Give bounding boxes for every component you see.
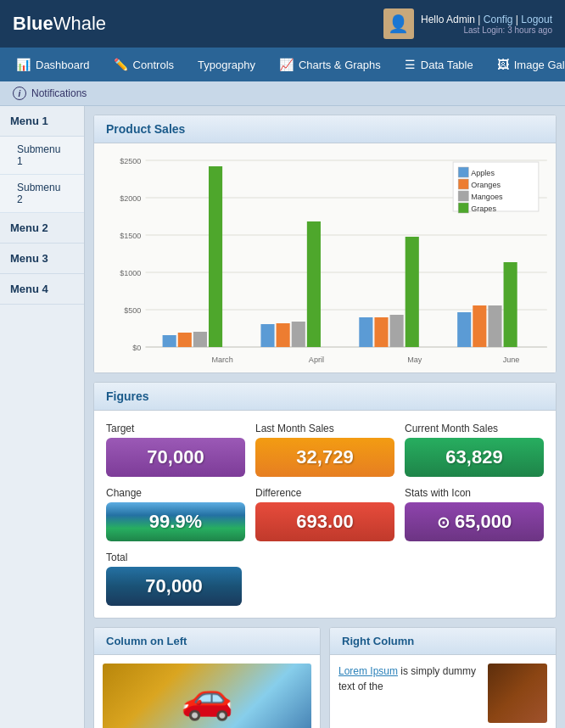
dashboard-icon: 📊 [16, 58, 31, 71]
nav-label-typography: Typography [198, 59, 255, 71]
nav-item-charts[interactable]: 📈 Charts & Graphs [267, 48, 393, 81]
svg-text:$1000: $1000 [120, 269, 141, 277]
stat-target: Target 70,000 [106, 423, 245, 477]
svg-text:March: March [212, 356, 233, 364]
sidebar-item-menu4[interactable]: Menu 4 [0, 274, 84, 305]
figures-grid-top: Target 70,000 Last Month Sales 32,729 Cu… [106, 423, 544, 541]
user-info: 👤 Hello Admin | Config | Logout Last Log… [383, 8, 552, 39]
svg-rect-34 [458, 167, 468, 177]
svg-text:Grapes: Grapes [471, 204, 496, 213]
stat-stats-icon: Stats with Icon ⊙ 65,000 [405, 487, 544, 541]
stat-total-value: 70,000 [106, 567, 242, 606]
svg-rect-15 [193, 332, 207, 347]
content-area: Product Sales $2500 [85, 106, 565, 728]
sidebar-item-menu3[interactable]: Menu 3 [0, 244, 84, 274]
product-sales-header: Product Sales [94, 115, 556, 143]
nav-item-typography[interactable]: Typography [186, 48, 267, 81]
svg-rect-27 [488, 305, 501, 347]
galleries-icon: 🖼 [497, 58, 509, 71]
stat-change-label: Change [106, 487, 245, 499]
nav-label-datatable: Data Table [421, 59, 473, 71]
car-image: 🚗 [103, 664, 311, 728]
svg-rect-14 [178, 333, 192, 347]
svg-text:Apples: Apples [471, 169, 495, 177]
svg-text:$500: $500 [124, 306, 141, 315]
controls-icon: ✏️ [114, 58, 128, 71]
user-icon: 👤 [388, 14, 409, 34]
sidebar-item-submenu2[interactable]: Submenu 2 [0, 175, 84, 213]
info-icon: i [13, 87, 26, 100]
stat-stats-icon-label: Stats with Icon [405, 487, 544, 499]
config-link[interactable]: Config [484, 14, 513, 25]
stat-current-month-label: Current Month Sales [405, 423, 544, 434]
stat-change-value: 99.9% [106, 502, 245, 541]
svg-rect-18 [277, 323, 290, 347]
svg-rect-25 [457, 312, 471, 347]
lorem-link[interactable]: Lorem Ipsum [338, 665, 398, 677]
logo-normal: Whale [53, 13, 106, 34]
svg-text:May: May [407, 356, 422, 364]
svg-text:June: June [503, 356, 520, 364]
last-login-text: Last Login: 3 hours ago [421, 25, 552, 35]
svg-rect-16 [209, 166, 222, 347]
bar-chart: $2500 $2000 $1500 $1000 $500 $0 [94, 143, 556, 372]
right-column-header: Right Column [330, 628, 556, 655]
svg-rect-36 [458, 179, 468, 189]
sidebar: Menu 1 Submenu 1 Submenu 2 Menu 2 Menu 3… [0, 106, 85, 728]
left-column-body: 🚗 [94, 655, 320, 728]
right-column-title: Right Column [342, 635, 544, 647]
header: BlueWhale 👤 Hello Admin | Config | Logou… [0, 0, 565, 48]
svg-text:$1500: $1500 [120, 232, 141, 240]
svg-text:Oranges: Oranges [471, 181, 501, 189]
svg-rect-40 [458, 203, 468, 213]
left-column-panel: Column on Left 🚗 [93, 627, 321, 728]
stat-target-label: Target [106, 423, 245, 434]
svg-text:$2500: $2500 [120, 157, 141, 165]
user-greeting: Hello Admin | Config | Logout [421, 14, 552, 25]
right-column-body: Lorem Ipsum is simply dummy text of the [330, 655, 556, 706]
svg-rect-17 [260, 324, 274, 347]
svg-text:$2000: $2000 [120, 194, 141, 203]
stat-total-container: Total 70,000 [106, 552, 242, 606]
svg-rect-13 [163, 335, 176, 347]
nav-item-dashboard[interactable]: 📊 Dashboard [4, 48, 102, 81]
stat-difference-value: 693.00 [255, 502, 394, 541]
nav-label-charts: Charts & Graphs [299, 59, 381, 71]
avatar: 👤 [383, 8, 414, 39]
notifications-label: Notifications [31, 87, 87, 99]
notifications-bar: i Notifications [0, 81, 565, 106]
svg-text:$0: $0 [132, 344, 141, 352]
sidebar-item-submenu1[interactable]: Submenu 1 [0, 137, 84, 175]
sidebar-item-menu2[interactable]: Menu 2 [0, 213, 84, 244]
stat-change: Change 99.9% [106, 487, 245, 541]
user-text: Hello Admin | Config | Logout Last Login… [421, 14, 552, 35]
left-column-title: Column on Left [106, 635, 308, 647]
svg-rect-19 [292, 322, 305, 347]
logo: BlueWhale [13, 13, 106, 35]
figures-title: Figures [106, 389, 544, 403]
product-sales-panel: Product Sales $2500 [93, 115, 557, 373]
speedometer-icon: ⊙ [437, 514, 450, 531]
right-column-panel: Right Column Lorem Ipsum is simply dummy… [329, 627, 557, 728]
svg-rect-20 [307, 221, 321, 347]
product-sales-body: $2500 $2000 $1500 $1000 $500 $0 [94, 143, 556, 372]
nav-item-controls[interactable]: ✏️ Controls [102, 48, 186, 81]
logo-bold: Blue [13, 13, 53, 34]
nav-item-datatable[interactable]: ☰ Data Table [393, 48, 485, 81]
greeting-text: Hello Admin [421, 14, 475, 25]
svg-rect-21 [359, 317, 372, 347]
stat-last-month-value: 32,729 [255, 438, 394, 477]
stat-difference: Difference 693.00 [255, 487, 394, 541]
svg-rect-28 [504, 262, 517, 347]
sidebar-item-menu1[interactable]: Menu 1 [0, 106, 84, 137]
left-column-header: Column on Left [94, 628, 320, 655]
logout-link[interactable]: Logout [521, 14, 552, 25]
nav-label-dashboard: Dashboard [36, 59, 90, 71]
stat-target-value: 70,000 [106, 438, 245, 477]
stat-stats-icon-value: ⊙ 65,000 [405, 502, 544, 541]
nav-item-galleries[interactable]: 🖼 Image Galleries [485, 48, 565, 81]
stat-difference-label: Difference [255, 487, 394, 499]
chocolate-image [488, 664, 547, 723]
stat-total-label: Total [106, 552, 242, 563]
stat-last-month-label: Last Month Sales [255, 423, 394, 434]
